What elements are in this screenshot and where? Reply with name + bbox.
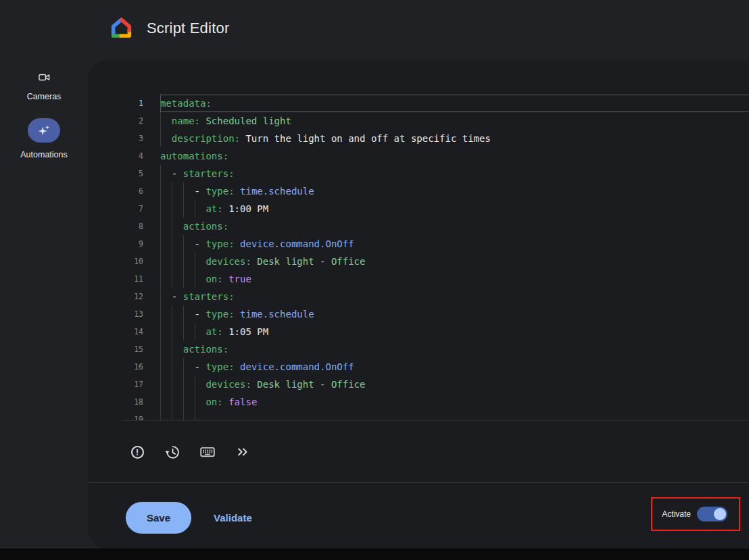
indent-guide (172, 411, 172, 421)
code-line[interactable]: 18 on: false (122, 393, 749, 411)
line-number: 10 (122, 253, 143, 270)
code-line[interactable]: 9 - type: device.command.OnOff (122, 235, 749, 253)
code-line[interactable]: 5 - starters: (122, 165, 749, 182)
code-line[interactable]: 15 actions: (122, 340, 749, 358)
script-editor-panel: 1metadata:2 name: Scheduled light3 descr… (88, 61, 749, 549)
line-number: 19 (122, 411, 143, 421)
line-number: 8 (122, 218, 143, 235)
problems-icon[interactable]: ! (127, 442, 147, 462)
line-number: 5 (122, 165, 143, 182)
line-number: 1 (122, 95, 143, 112)
google-home-logo-icon (110, 17, 132, 39)
line-number: 11 (122, 270, 143, 288)
indent-guide (183, 323, 184, 340)
indent-guide (195, 270, 195, 288)
indent-guide (172, 235, 172, 253)
line-number: 16 (122, 358, 143, 376)
indent-guide (160, 182, 161, 200)
code-editor[interactable]: 1metadata:2 name: Scheduled light3 descr… (122, 95, 749, 421)
indent-guide (172, 270, 172, 288)
videocam-icon (38, 70, 51, 84)
code-line[interactable]: 11 on: true (122, 270, 749, 288)
indent-guide (172, 305, 172, 323)
indent-guide (160, 393, 161, 411)
indent-guide (183, 270, 184, 288)
indent-guide (172, 340, 172, 358)
selected-pill (28, 118, 60, 143)
indent-guide (172, 393, 172, 411)
more-tools-icon[interactable] (233, 442, 253, 462)
indent-guide (172, 218, 172, 235)
indent-guide (172, 200, 172, 218)
line-number: 15 (122, 340, 143, 358)
indent-guide (172, 182, 172, 200)
activate-toggle[interactable] (697, 507, 727, 521)
line-number: 3 (122, 130, 143, 147)
sidebar-item-automations[interactable]: Automations (20, 118, 67, 159)
indent-guide (183, 411, 184, 421)
indent-guide (183, 393, 184, 411)
indent-guide (195, 200, 195, 218)
indent-guide (160, 165, 161, 182)
code-line[interactable]: 4automations: (122, 147, 749, 165)
code-area: 1metadata:2 name: Scheduled light3 descr… (122, 95, 749, 421)
code-line[interactable]: 6 - type: time.schedule (122, 182, 749, 200)
indent-guide (160, 305, 161, 323)
code-line[interactable]: 10 devices: Desk light - Office (122, 253, 749, 270)
indent-guide (160, 218, 161, 235)
indent-guide (160, 411, 161, 421)
app-header: Script Editor (0, 0, 749, 61)
indent-guide (160, 235, 161, 253)
code-line[interactable]: 12 - starters: (122, 288, 749, 305)
indent-guide (160, 253, 161, 270)
indent-guide (172, 323, 172, 340)
code-line[interactable]: 2 name: Scheduled light (122, 112, 749, 130)
annotation-highlight: Activate (651, 497, 740, 531)
save-button[interactable]: Save (126, 502, 191, 534)
indent-guide (160, 130, 161, 147)
indent-guide (195, 323, 195, 340)
footer-divider (88, 482, 749, 483)
code-line[interactable]: 7 at: 1:00 PM (122, 200, 749, 218)
editor-statusbar: ! (127, 422, 253, 482)
history-icon[interactable] (162, 442, 183, 462)
brand: Script Editor (110, 17, 229, 39)
sidebar: Cameras Automations (0, 61, 88, 159)
line-number: 2 (122, 112, 143, 130)
line-number: 12 (122, 288, 143, 305)
code-line[interactable]: 16 - type: device.command.OnOff (122, 358, 749, 376)
indent-guide (160, 112, 161, 130)
activate-label: Activate (662, 509, 691, 519)
sidebar-item-cameras[interactable]: Cameras (27, 70, 62, 101)
line-number: 4 (122, 147, 143, 165)
indent-guide (183, 376, 184, 393)
code-line[interactable]: 13 - type: time.schedule (122, 305, 749, 323)
validate-button[interactable]: Validate (214, 512, 252, 524)
auto-awesome-icon (37, 123, 51, 138)
code-line[interactable]: 17 devices: Desk light - Office (122, 376, 749, 393)
indent-guide (183, 305, 184, 323)
sidebar-item-label: Cameras (27, 92, 62, 101)
indent-guide (183, 235, 184, 253)
code-line[interactable]: 8 actions: (122, 218, 749, 235)
code-line[interactable]: 1metadata: (122, 95, 749, 112)
code-line[interactable]: 3 description: Turn the light on and off… (122, 130, 749, 147)
indent-guide (195, 411, 195, 421)
indent-guide (172, 376, 172, 393)
indent-guide (183, 253, 184, 270)
code-line[interactable]: 14 at: 1:05 PM (122, 323, 749, 340)
bottom-strip (0, 549, 749, 560)
indent-guide (172, 358, 172, 376)
line-number: 14 (122, 323, 143, 340)
sidebar-item-label: Automations (20, 150, 67, 159)
line-number: 18 (122, 393, 143, 411)
page-title: Script Editor (147, 20, 229, 37)
indent-guide (160, 323, 161, 340)
indent-guide (172, 253, 172, 270)
code-line[interactable]: 19 (122, 411, 749, 421)
keyboard-icon[interactable] (197, 442, 218, 462)
indent-guide (160, 358, 161, 376)
indent-guide (160, 288, 161, 305)
indent-guide (183, 182, 184, 200)
indent-guide (195, 376, 195, 393)
